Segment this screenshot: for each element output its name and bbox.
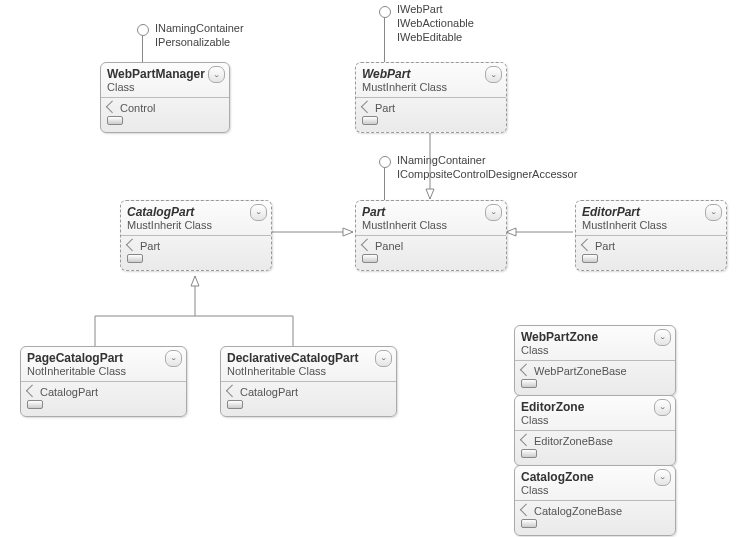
- collapse-button[interactable]: ⌄: [250, 204, 267, 221]
- base-class: EditorZoneBase: [521, 435, 669, 447]
- interface-lollipop: [379, 6, 391, 18]
- class-declarativecatalogpart[interactable]: DeclarativeCatalogPart NotInheritable Cl…: [220, 346, 397, 417]
- interface-stick: [142, 36, 143, 62]
- members-icon: [521, 449, 537, 458]
- chevron-icon: ⌄: [490, 71, 498, 78]
- class-diagram: INamingContainer IPersonalizable IWebPar…: [0, 0, 755, 537]
- members-icon: [27, 400, 43, 409]
- chevron-icon: ⌄: [659, 404, 667, 411]
- interface-label: INamingContainer: [155, 22, 244, 34]
- chevron-icon: ⌄: [255, 209, 263, 216]
- class-part[interactable]: Part MustInherit Class ⌄ Panel: [355, 200, 507, 271]
- class-kind: Class: [521, 344, 669, 356]
- class-name: PageCatalogPart: [27, 351, 180, 365]
- chevron-icon: ⌄: [170, 355, 178, 362]
- collapse-button[interactable]: ⌄: [208, 66, 225, 83]
- chevron-icon: ⌄: [490, 209, 498, 216]
- collapse-button[interactable]: ⌄: [485, 66, 502, 83]
- chevron-icon: ⌄: [659, 474, 667, 481]
- collapse-button[interactable]: ⌄: [654, 399, 671, 416]
- class-kind: MustInherit Class: [362, 219, 500, 231]
- class-kind: Class: [521, 414, 669, 426]
- base-class: CatalogZoneBase: [521, 505, 669, 517]
- base-class: Part: [362, 102, 500, 114]
- collapse-button[interactable]: ⌄: [375, 350, 392, 367]
- interface-label: IPersonalizable: [155, 36, 230, 48]
- class-kind: MustInherit Class: [127, 219, 265, 231]
- base-class: Part: [582, 240, 720, 252]
- chevron-icon: ⌄: [710, 209, 718, 216]
- class-name: DeclarativeCatalogPart: [227, 351, 390, 365]
- class-name: Part: [362, 205, 500, 219]
- chevron-icon: ⌄: [659, 334, 667, 341]
- base-class: Control: [107, 102, 223, 114]
- collapse-button[interactable]: ⌄: [654, 469, 671, 486]
- class-name: WebPartZone: [521, 330, 669, 344]
- class-catalogzone[interactable]: CatalogZone Class ⌄ CatalogZoneBase: [514, 465, 676, 536]
- class-name: WebPart: [362, 67, 500, 81]
- collapse-button[interactable]: ⌄: [485, 204, 502, 221]
- interface-lollipop: [379, 156, 391, 168]
- class-name: CatalogPart: [127, 205, 265, 219]
- class-kind: Class: [521, 484, 669, 496]
- members-icon: [521, 379, 537, 388]
- chevron-icon: ⌄: [213, 71, 221, 78]
- base-class: CatalogPart: [27, 386, 180, 398]
- class-kind: NotInheritable Class: [227, 365, 390, 377]
- class-editorpart[interactable]: EditorPart MustInherit Class ⌄ Part: [575, 200, 727, 271]
- class-catalogpart[interactable]: CatalogPart MustInherit Class ⌄ Part: [120, 200, 272, 271]
- collapse-button[interactable]: ⌄: [705, 204, 722, 221]
- interface-lollipop: [137, 24, 149, 36]
- members-icon: [362, 116, 378, 125]
- base-class: CatalogPart: [227, 386, 390, 398]
- collapse-button[interactable]: ⌄: [165, 350, 182, 367]
- class-name: WebPartManager: [107, 67, 223, 81]
- class-webpartmanager[interactable]: WebPartManager Class ⌄ Control: [100, 62, 230, 133]
- class-pagecatalogpart[interactable]: PageCatalogPart NotInheritable Class ⌄ C…: [20, 346, 187, 417]
- class-editorzone[interactable]: EditorZone Class ⌄ EditorZoneBase: [514, 395, 676, 466]
- interface-stick: [384, 168, 385, 202]
- members-icon: [107, 116, 123, 125]
- class-name: EditorZone: [521, 400, 669, 414]
- class-webpart[interactable]: WebPart MustInherit Class ⌄ Part: [355, 62, 507, 133]
- interface-label: INamingContainer: [397, 154, 486, 166]
- class-kind: NotInheritable Class: [27, 365, 180, 377]
- base-class: Part: [127, 240, 265, 252]
- class-kind: Class: [107, 81, 223, 93]
- members-icon: [362, 254, 378, 263]
- members-icon: [582, 254, 598, 263]
- interface-label: IWebPart: [397, 3, 443, 15]
- class-name: EditorPart: [582, 205, 720, 219]
- interface-label: IWebActionable: [397, 17, 474, 29]
- interface-stick: [384, 18, 385, 62]
- collapse-button[interactable]: ⌄: [654, 329, 671, 346]
- members-icon: [227, 400, 243, 409]
- class-name: CatalogZone: [521, 470, 669, 484]
- interface-label: IWebEditable: [397, 31, 462, 43]
- class-kind: MustInherit Class: [582, 219, 720, 231]
- class-kind: MustInherit Class: [362, 81, 500, 93]
- interface-label: ICompositeControlDesignerAccessor: [397, 168, 577, 180]
- members-icon: [521, 519, 537, 528]
- chevron-icon: ⌄: [380, 355, 388, 362]
- base-class: WebPartZoneBase: [521, 365, 669, 377]
- class-webpartzone[interactable]: WebPartZone Class ⌄ WebPartZoneBase: [514, 325, 676, 396]
- base-class: Panel: [362, 240, 500, 252]
- members-icon: [127, 254, 143, 263]
